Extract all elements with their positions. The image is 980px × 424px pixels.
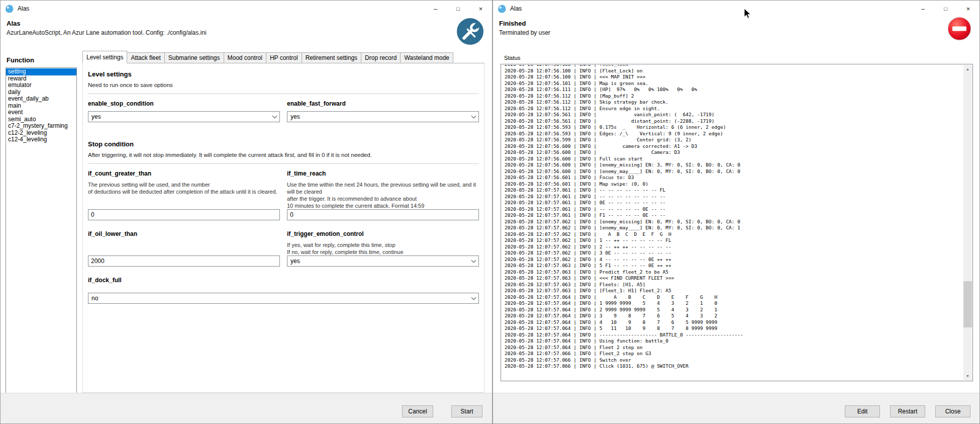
log-line: 2020-05-28 12:07:56.600 | INFO | [enemy_… — [505, 162, 963, 168]
titlebar: Alas – □ × — [1, 1, 492, 17]
function-list-item[interactable]: event — [6, 109, 76, 116]
log-line: 2020-05-28 12:07:56.112 | INFO | Skip st… — [505, 99, 963, 106]
log-line: 2020-05-28 12:07:57.064 | INFO | 3 9 8 7… — [505, 313, 963, 319]
window-title: Alas — [510, 5, 522, 12]
if-dock-full-select[interactable]: no — [88, 293, 479, 304]
log-line: 2020-05-28 12:07:57.064 | INFO | 5 11 10… — [505, 325, 963, 332]
status-label: Status — [504, 55, 521, 61]
log-line: 2020-05-28 12:07:57.062 | INFO | A B C D… — [505, 231, 963, 238]
if-count-greater-than-input[interactable] — [88, 209, 280, 220]
page-subtitle: AzurLaneAutoScript, An Azur Lane automat… — [7, 29, 207, 36]
function-list-item[interactable]: semi_auto — [6, 116, 76, 123]
divider — [88, 163, 479, 164]
minimize-button[interactable]: – — [912, 1, 934, 17]
log-line: 2020-05-28 12:07:57.062 | INFO | 1 -- ++… — [505, 237, 963, 244]
function-list-item[interactable]: c7-2_mystery_farming — [6, 123, 76, 130]
function-listbox[interactable]: setting reward emulator daily event_dail… — [6, 67, 77, 396]
log-line: 2020-05-28 12:07:57.064 | INFO | 2 9999 … — [505, 307, 963, 313]
function-list-item[interactable]: setting — [6, 68, 76, 75]
enable-stop-condition-select[interactable]: yes — [88, 111, 280, 122]
log-line: 2020-05-28 12:07:56.112 | INFO | Ensure … — [505, 106, 963, 112]
function-list-item[interactable]: main — [6, 103, 76, 110]
close-button[interactable]: × — [957, 1, 979, 17]
field-label: if_oil_lower_than — [88, 230, 280, 237]
scroll-up-arrow-icon[interactable]: ▲ — [963, 65, 972, 73]
settings-tab-strip: Level settings Attack fleet Submarine se… — [82, 51, 453, 63]
if-oil-lower-than-input[interactable] — [88, 256, 280, 267]
alas-logo-icon — [5, 5, 14, 13]
function-list-item[interactable]: emulator — [6, 82, 76, 89]
function-label: Function — [7, 56, 34, 64]
function-list-item[interactable]: event_daily_ab — [6, 96, 76, 103]
function-list-item[interactable]: c12-2_leveling — [6, 130, 76, 137]
start-button[interactable]: Start — [451, 405, 482, 417]
log-line: 2020-05-28 12:07:56.100 | INFO | [Fleet_… — [505, 68, 963, 74]
field-help: Use the time within the next 24 hours, t… — [287, 181, 479, 209]
log-line: 2020-05-28 12:07:56.112 | INFO | [Map_bu… — [505, 93, 963, 100]
field-label: if_time_reach — [287, 170, 479, 177]
run-status-title: Finished — [499, 20, 550, 27]
restart-button[interactable]: Restart — [890, 405, 925, 417]
log-line: 2020-05-28 12:07:57.061 | INFO | -- -- -… — [505, 206, 963, 213]
log-line: 2020-05-28 12:07:57.062 | INFO | [enemy_… — [505, 219, 963, 225]
section-stop-condition: Stop condition After triggering, it will… — [88, 140, 479, 164]
log-line: 2020-05-28 12:07:57.064 | INFO | 4 10 9 … — [505, 319, 963, 326]
select-value: yes — [290, 113, 300, 120]
field-if-oil-lower-than: if_oil_lower_than — [88, 230, 280, 267]
log-line: 2020-05-28 12:07:57.061 | INFO | -- -- -… — [505, 194, 963, 200]
log-line: 2020-05-28 12:07:57.064 | INFO | Using f… — [505, 338, 963, 345]
function-list-item[interactable]: c12-4_leveling — [6, 136, 76, 143]
chevron-down-icon — [471, 295, 476, 300]
log-scroll-area[interactable]: 2020-05-28 12:07:56.100 | INFO | fleet_l… — [502, 65, 963, 380]
section-desc: After triggering, it will not stop immed… — [88, 152, 479, 158]
settings-tab[interactable]: Drop record — [361, 52, 401, 63]
desktop: Alas – □ × Alas AzurLaneAutoScript, An A… — [0, 0, 980, 424]
maximize-button[interactable]: □ — [447, 1, 469, 17]
settings-tab[interactable]: Mood control — [224, 52, 266, 63]
window-title: Alas — [18, 5, 29, 12]
if-time-reach-input[interactable] — [287, 209, 479, 220]
page-title: Alas — [7, 20, 207, 27]
if-trigger-emotion-control-select[interactable]: yes — [287, 256, 479, 267]
log-line: 2020-05-28 12:07:57.061 | INFO | 0E -- -… — [505, 200, 963, 206]
select-value: yes — [290, 258, 300, 265]
field-enable-stop-condition: enable_stop_condition yes — [88, 100, 280, 122]
field-if-trigger-emotion-control: if_trigger_emotion_control If yes, wait … — [287, 230, 479, 267]
log-line: 2020-05-28 12:07:57.063 | INFO | 5 F1 --… — [505, 263, 963, 269]
close-run-button[interactable]: Close — [935, 405, 970, 417]
settings-tab[interactable]: Wasteland mode — [400, 52, 453, 63]
function-list-item[interactable]: reward — [6, 75, 76, 82]
settings-tab[interactable]: Level settings — [82, 51, 127, 63]
settings-tab[interactable]: HP control — [266, 52, 302, 63]
close-button[interactable]: × — [469, 1, 492, 17]
log-line: 2020-05-28 12:07:57.062 | INFO | 4 -- --… — [505, 257, 963, 263]
log-line: 2020-05-28 12:07:57.064 | INFO | Fleet 2… — [505, 345, 963, 351]
log-line: 2020-05-28 12:07:57.066 | INFO | Click (… — [505, 363, 963, 370]
enable-fast-forward-select[interactable]: yes — [287, 111, 479, 122]
edit-button[interactable]: Edit — [845, 405, 880, 417]
function-list-item[interactable]: daily — [6, 89, 76, 96]
divider — [88, 94, 479, 94]
settings-tab[interactable]: Submarine settings — [164, 52, 224, 63]
field-label: enable_fast_forward — [287, 100, 479, 107]
field-enable-fast-forward: enable_fast_forward yes — [287, 100, 479, 122]
form-row: if_count_greater_than The previous setti… — [88, 170, 479, 220]
settings-tab[interactable]: Retirement settings — [302, 52, 361, 63]
right-footer: Edit Restart Close — [493, 393, 979, 423]
cancel-button[interactable]: Cancel — [402, 405, 433, 417]
minimize-button[interactable]: – — [424, 1, 447, 17]
scroll-down-arrow-icon[interactable]: ▼ — [963, 372, 972, 380]
field-help: If yes, wait for reply, complete this ti… — [287, 241, 479, 256]
log-line: 2020-05-28 12:07:57.061 | INFO | F1 -- -… — [505, 212, 963, 219]
log-line: 2020-05-28 12:07:56.600 | INFO | Full sc… — [505, 156, 963, 162]
log-lines: 2020-05-28 12:07:56.100 | INFO | fleet_l… — [502, 65, 963, 370]
log-line: 2020-05-28 12:07:56.600 | INFO | Camera:… — [505, 149, 963, 156]
field-if-count-greater-than: if_count_greater_than The previous setti… — [88, 170, 280, 220]
log-line: 2020-05-28 12:07:56.599 | INFO | Center … — [505, 137, 963, 143]
maximize-button[interactable]: □ — [934, 1, 957, 17]
scrollbar-thumb[interactable] — [963, 281, 972, 327]
log-line: 2020-05-28 12:07:56.600 | INFO | [enemy_… — [505, 168, 963, 175]
log-line: 2020-05-28 12:07:57.064 | INFO | -------… — [505, 332, 963, 338]
settings-tab[interactable]: Attack fleet — [127, 52, 164, 63]
vertical-scrollbar[interactable]: ▲ ▼ — [963, 65, 972, 380]
